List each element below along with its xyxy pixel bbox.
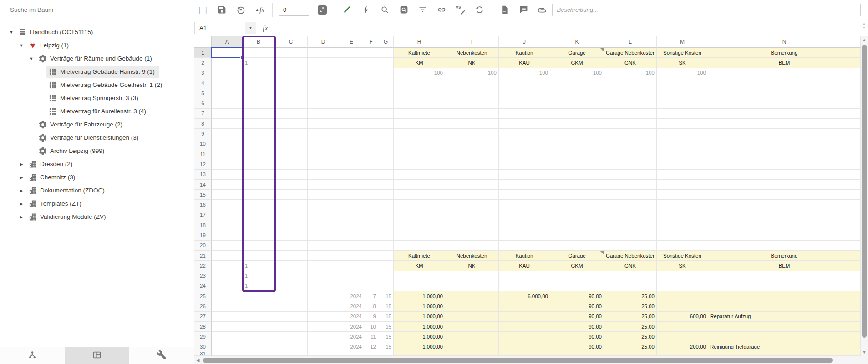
cell-J23[interactable] (499, 271, 550, 281)
link-button[interactable] (436, 4, 448, 16)
cell-K13[interactable] (550, 170, 604, 180)
cell-K24[interactable] (550, 281, 604, 291)
cell-M9[interactable] (657, 129, 708, 139)
cell-J4[interactable] (499, 78, 550, 88)
tree-item-content[interactable]: Mietvertrag für Aurelienstr. 3 (4) (46, 105, 151, 118)
cell-N17[interactable] (708, 210, 861, 220)
tree-item[interactable]: ▶Chemnitz (3) (0, 171, 194, 184)
splitter-handle-icon[interactable]: ❘❘ (197, 6, 210, 14)
cell-D12[interactable] (308, 159, 339, 169)
column-header-H[interactable]: H (394, 36, 445, 48)
cell-C29[interactable] (274, 332, 308, 342)
tree-item[interactable]: Mietvertrag Springerstr. 3 (3) (0, 91, 194, 105)
cell-H20[interactable] (394, 241, 445, 251)
cell-I14[interactable] (445, 180, 499, 190)
cell-L25[interactable]: 25,00 (604, 291, 657, 301)
history-button[interactable] (235, 4, 247, 16)
cell-B24[interactable]: 1 (243, 281, 274, 291)
cell-B17[interactable] (243, 210, 274, 220)
cell-E26[interactable]: 2024 (339, 301, 364, 311)
cell-B3[interactable] (243, 68, 274, 78)
chevron-right-icon[interactable]: ▶ (16, 215, 26, 219)
cell-A5[interactable] (212, 88, 243, 98)
cell-I11[interactable] (445, 149, 499, 159)
cell-M19[interactable] (657, 230, 708, 240)
cell-M1[interactable]: Sonstige Kosten (657, 48, 708, 58)
cell-C23[interactable] (274, 271, 308, 281)
cell-B7[interactable] (243, 109, 274, 119)
cell-G25[interactable]: 15 (378, 291, 394, 301)
row-header-25[interactable]: 25 (194, 291, 212, 301)
cell-G8[interactable] (378, 119, 394, 129)
cell-B18[interactable] (243, 220, 274, 230)
cell-G18[interactable] (378, 220, 394, 230)
chevron-down-icon[interactable]: ▼ (16, 43, 26, 48)
save-button[interactable] (216, 4, 228, 16)
tree-item-content[interactable]: Mietvertrag Gebäude Hainstr. 9 (1) (46, 66, 159, 78)
cell-H7[interactable] (394, 109, 445, 119)
tree-item-content[interactable]: Dokumentation (ZDOC) (26, 184, 109, 197)
cell-N10[interactable] (708, 139, 861, 149)
cell-J2[interactable]: KAU (499, 58, 550, 68)
cell-F10[interactable] (364, 139, 378, 149)
cell-N6[interactable] (708, 98, 861, 108)
cell-N15[interactable] (708, 190, 861, 200)
cell-E10[interactable] (339, 139, 364, 149)
scroll-down-icon[interactable]: ▼ (861, 349, 868, 356)
cell-A7[interactable] (212, 109, 243, 119)
cell-C8[interactable] (274, 119, 308, 129)
cell-F17[interactable] (364, 210, 378, 220)
cell-N31[interactable] (708, 352, 861, 356)
cell-M10[interactable] (657, 139, 708, 149)
cell-J22[interactable]: KAU (499, 261, 550, 271)
cell-J1[interactable]: Kaution (499, 48, 550, 58)
cell-G13[interactable] (378, 170, 394, 180)
cell-C28[interactable] (274, 322, 308, 332)
tree-item-content[interactable]: Verträge für Räume und Gebäude (1) (36, 52, 157, 65)
cell-M28[interactable] (657, 322, 708, 332)
cell-H25[interactable]: 1.000,00 (394, 291, 445, 301)
cell-G4[interactable] (378, 78, 394, 88)
cell-I27[interactable] (445, 312, 499, 322)
cell-A31[interactable] (212, 352, 243, 356)
row-header-13[interactable]: 13 (194, 170, 212, 180)
cell-N19[interactable] (708, 230, 861, 240)
cell-C25[interactable] (274, 291, 308, 301)
cell-L9[interactable] (604, 129, 657, 139)
cell-I17[interactable] (445, 210, 499, 220)
row-header-5[interactable]: 5 (194, 88, 212, 98)
cell-B30[interactable] (243, 342, 274, 352)
cell-C6[interactable] (274, 98, 308, 108)
cell-M22[interactable]: SK (657, 261, 708, 271)
cell-N29[interactable] (708, 332, 861, 342)
sidebar-tab-wrench[interactable] (129, 347, 194, 364)
cell-L16[interactable] (604, 200, 657, 210)
cell-H28[interactable]: 1.000,00 (394, 322, 445, 332)
cell-C13[interactable] (274, 170, 308, 180)
cell-B22[interactable]: 1 (243, 261, 274, 271)
cell-H17[interactable] (394, 210, 445, 220)
versions-edit-button[interactable]: vs (455, 4, 467, 16)
cell-F15[interactable] (364, 190, 378, 200)
cell-B19[interactable] (243, 230, 274, 240)
cell-G27[interactable]: 15 (378, 312, 394, 322)
row-header-26[interactable]: 26 (194, 301, 212, 311)
cell-A30[interactable] (212, 342, 243, 352)
lightning-button[interactable] (360, 4, 372, 16)
cell-N30[interactable]: Reinigung Tiefgarage (708, 342, 861, 352)
cell-G7[interactable] (378, 109, 394, 119)
cell-C11[interactable] (274, 149, 308, 159)
cell-D1[interactable] (308, 48, 339, 58)
tree-item-content[interactable]: Mietvertrag Springerstr. 3 (3) (46, 92, 143, 105)
tree-item[interactable]: Mietvertrag Gebäude Goethestr. 1 (2) (0, 78, 194, 91)
cell-F13[interactable] (364, 170, 378, 180)
cell-N8[interactable] (708, 119, 861, 129)
cell-C19[interactable] (274, 230, 308, 240)
cell-N1[interactable]: Bemerkung (708, 48, 861, 58)
cell-G16[interactable] (378, 200, 394, 210)
cell-C9[interactable] (274, 129, 308, 139)
vertical-scroll-thumb[interactable] (862, 45, 867, 338)
cell-M30[interactable]: 200,00 (657, 342, 708, 352)
cell-K10[interactable] (550, 139, 604, 149)
cell-D13[interactable] (308, 170, 339, 180)
